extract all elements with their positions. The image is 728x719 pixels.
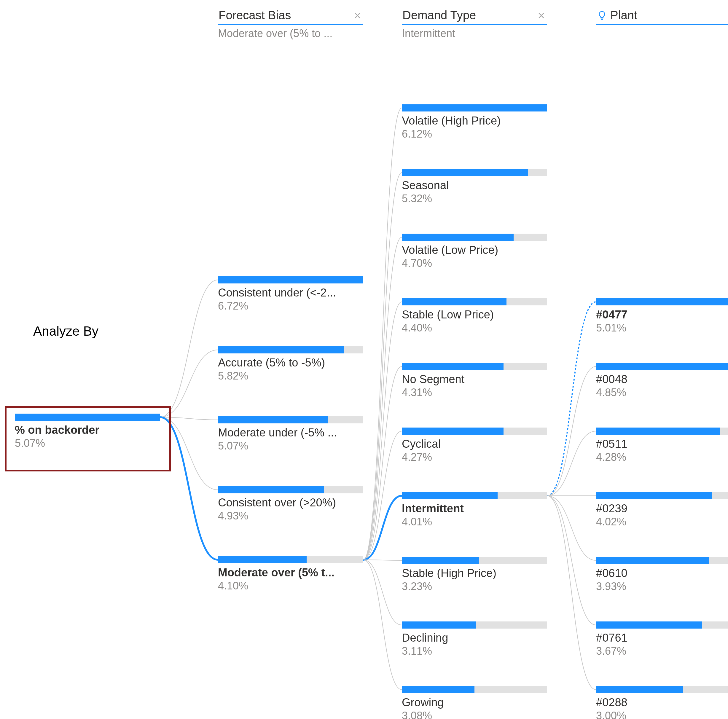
node-value: 4.40% — [402, 322, 547, 334]
tree-node[interactable]: #02394.02% — [596, 492, 728, 528]
column-header-c2[interactable]: Demand Type×Intermittent — [402, 8, 547, 40]
close-icon[interactable]: × — [352, 9, 362, 21]
decomposition-tree-visual: Analyze By Forecast Bias×Moderate over (… — [0, 0, 728, 719]
node-label: Cyclical — [402, 438, 547, 450]
node-bar-fill — [402, 363, 503, 370]
connector-lines — [0, 0, 728, 719]
column-header-row: Forecast Bias× — [218, 8, 363, 25]
node-value: 3.00% — [596, 710, 728, 719]
connector-line — [160, 417, 218, 420]
node-bar-fill — [596, 686, 683, 693]
node-bar — [218, 276, 363, 283]
tree-node[interactable]: % on backorder5.07% — [15, 414, 160, 450]
connector-line — [160, 280, 218, 417]
tree-node[interactable]: Moderate under (-5% ...5.07% — [218, 416, 363, 452]
node-label: Consistent under (<-2... — [218, 286, 363, 299]
node-bar — [218, 486, 363, 493]
connector-line — [160, 350, 218, 417]
connector-line — [160, 417, 218, 560]
node-value: 4.31% — [402, 386, 547, 399]
tree-node[interactable]: Consistent over (>20%)4.93% — [218, 486, 363, 522]
connector-line — [363, 560, 402, 690]
connector-line — [363, 560, 402, 625]
node-bar-fill — [596, 363, 728, 370]
node-bar-fill — [402, 428, 503, 434]
node-label: Seasonal — [402, 179, 547, 192]
node-bar — [402, 298, 547, 305]
tree-node[interactable]: Moderate over (5% t...4.10% — [218, 556, 363, 592]
tree-node[interactable]: Growing3.08% — [402, 686, 547, 719]
tree-node[interactable]: Volatile (Low Price)4.70% — [402, 234, 547, 269]
tree-node[interactable]: Stable (High Price)3.23% — [402, 557, 547, 593]
node-label: #0511 — [596, 438, 728, 450]
connector-line — [363, 302, 402, 560]
tree-node[interactable]: Volatile (High Price)6.12% — [402, 104, 547, 140]
tree-node[interactable]: Intermittent4.01% — [402, 492, 547, 528]
node-bar — [218, 556, 363, 563]
node-bar-fill — [596, 428, 720, 434]
node-bar-fill — [402, 169, 528, 176]
column-header-c3[interactable]: Plant× — [596, 8, 728, 25]
node-bar-fill — [596, 621, 702, 629]
node-bar — [596, 686, 728, 693]
connector-line — [547, 302, 596, 496]
column-header-row: Demand Type× — [402, 8, 547, 25]
connector-line — [363, 173, 402, 560]
tree-node[interactable]: #07613.67% — [596, 621, 728, 657]
analyze-by-annotation: Analyze By — [33, 324, 98, 339]
node-value: 5.01% — [596, 322, 728, 334]
node-bar-fill — [596, 492, 712, 499]
node-bar-fill — [15, 414, 160, 421]
node-bar-fill — [402, 492, 498, 499]
node-label: #0048 — [596, 373, 728, 386]
node-bar-fill — [596, 298, 728, 305]
node-bar-fill — [218, 486, 324, 493]
node-label: Volatile (High Price) — [402, 115, 547, 127]
node-value: 3.11% — [402, 645, 547, 657]
node-bar-fill — [402, 298, 506, 305]
node-label: #0761 — [596, 632, 728, 644]
tree-node[interactable]: #06103.93% — [596, 557, 728, 593]
node-bar — [218, 416, 363, 424]
node-label: Moderate under (-5% ... — [218, 426, 363, 439]
node-bar — [596, 298, 728, 305]
close-icon[interactable]: × — [536, 9, 546, 21]
node-value: 4.10% — [218, 580, 363, 592]
node-label: No Segment — [402, 373, 547, 386]
connector-line — [363, 366, 402, 560]
node-bar — [402, 428, 547, 434]
node-bar — [596, 428, 728, 434]
tree-node[interactable]: Consistent under (<-2...6.72% — [218, 276, 363, 312]
tree-node[interactable]: Declining3.11% — [402, 621, 547, 657]
connector-line — [547, 496, 596, 690]
node-bar — [402, 104, 547, 112]
tree-node[interactable]: No Segment4.31% — [402, 363, 547, 399]
lightbulb-icon — [596, 10, 607, 21]
node-value: 5.07% — [15, 437, 160, 450]
node-bar — [15, 414, 160, 421]
tree-node[interactable]: Accurate (5% to -5%)5.82% — [218, 346, 363, 382]
tree-node[interactable]: Seasonal5.32% — [402, 169, 547, 205]
node-bar — [402, 686, 547, 693]
node-label: Consistent over (>20%) — [218, 496, 363, 509]
node-value: 4.70% — [402, 257, 547, 269]
column-title: Plant — [610, 9, 637, 22]
connector-line — [547, 496, 596, 625]
tree-node[interactable]: #04775.01% — [596, 298, 728, 334]
tree-node[interactable]: Stable (Low Price)4.40% — [402, 298, 547, 334]
column-header-c1[interactable]: Forecast Bias×Moderate over (5% to ... — [218, 8, 363, 40]
node-bar — [402, 363, 547, 370]
column-subtitle: Moderate over (5% to ... — [218, 27, 363, 40]
tree-node[interactable]: #02883.00% — [596, 686, 728, 719]
node-bar — [402, 621, 547, 629]
node-label: Volatile (Low Price) — [402, 244, 547, 257]
tree-node[interactable]: Cyclical4.27% — [402, 428, 547, 464]
node-bar-fill — [402, 686, 474, 693]
node-bar — [402, 492, 547, 499]
tree-node[interactable]: #05114.28% — [596, 428, 728, 464]
node-value: 4.02% — [596, 516, 728, 528]
node-value: 4.27% — [402, 451, 547, 464]
tree-node[interactable]: #00484.85% — [596, 363, 728, 399]
node-value: 3.67% — [596, 645, 728, 657]
node-label: Accurate (5% to -5%) — [218, 356, 363, 369]
